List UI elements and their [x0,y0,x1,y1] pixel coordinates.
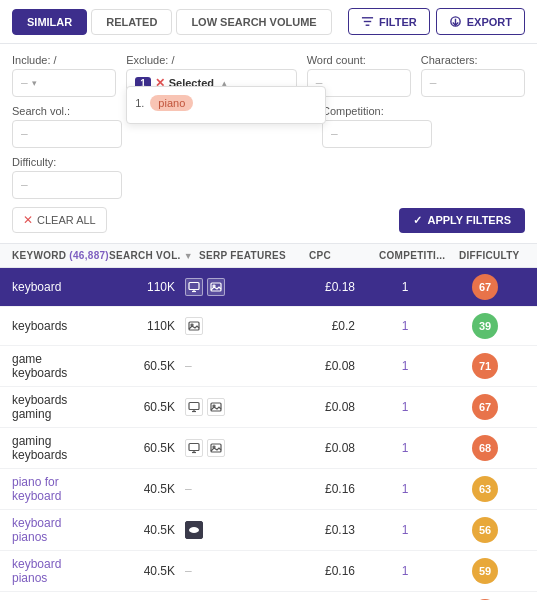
oval-icon [185,521,203,539]
serp-cell: – [185,359,295,373]
filter-bottom-row: ✕ CLEAR ALL ✓ APPLY FILTERS [12,207,525,233]
cpc-cell: £0.13 [295,523,365,537]
popup-item-number: 1. [135,97,144,109]
tab-low-search-volume[interactable]: LOW SEARCH VOLUME [176,9,331,35]
difficulty-badge: 68 [472,435,498,461]
exclude-group: Exclude: / 1 ✕ Selected ▴ 1. piano [126,54,296,97]
searchvol-group: Search vol.: – [12,105,122,148]
competition-cell: 1 [365,482,445,496]
tab-bar: SIMILAR RELATED LOW SEARCH VOLUME FILTER… [0,0,537,44]
keyword-cell: gaming keyboards [12,434,95,462]
table-row[interactable]: keyboard110K£0.18167 [0,268,537,307]
svg-rect-12 [189,403,199,410]
difficulty-badge: 71 [472,353,498,379]
difficulty-badge: 59 [472,558,498,584]
svg-point-22 [189,527,199,533]
keyword-cell: keyboards gaming [12,393,95,421]
filter-button[interactable]: FILTER [348,8,430,35]
difficulty-cell: 68 [445,435,525,461]
table-row[interactable]: keyboards110K£0.2139 [0,307,537,346]
sort-icon: ▼ [184,251,193,261]
serp-dash: – [185,359,192,373]
desktop-icon [185,278,203,296]
difficulty-badge: 56 [472,517,498,543]
export-icon [449,15,462,28]
filter-icon [361,15,374,28]
tab-actions: FILTER EXPORT [348,8,525,35]
difficulty-input[interactable]: – [12,171,122,199]
vol-cell: 60.5K [95,400,185,414]
keyword-cell: piano for keyboard [12,475,95,503]
image-icon [207,398,225,416]
cpc-cell: £0.08 [295,359,365,373]
col-searchvol[interactable]: SEARCH VOL. ▼ [109,250,199,261]
vol-cell: 60.5K [95,441,185,455]
apply-filters-button[interactable]: ✓ APPLY FILTERS [399,208,525,233]
competition-input[interactable]: – [322,120,432,148]
cpc-cell: £0.16 [295,564,365,578]
difficulty-cell: 67 [445,394,525,420]
searchvol-label: Search vol.: [12,105,122,117]
cpc-cell: £0.16 [295,482,365,496]
difficulty-cell: 67 [445,274,525,300]
table-row[interactable]: keyboards gaming60.5K£0.08167 [0,387,537,428]
competition-cell: 1 [365,359,445,373]
chevron-down-icon: ▾ [32,78,37,88]
include-label: Include: / [12,54,116,66]
clear-x-icon: ✕ [23,213,33,227]
competition-label: Competition: [322,105,432,117]
table-row[interactable]: gaming keyboard40.5K£0.15167 [0,592,537,600]
export-button[interactable]: EXPORT [436,8,525,35]
competition-cell: 1 [365,319,445,333]
vol-cell: 40.5K [95,564,185,578]
checkmark-icon: ✓ [413,214,422,227]
exclude-dropdown-popup: 1. piano [126,86,326,124]
cpc-cell: £0.2 [295,319,365,333]
difficulty-cell: 63 [445,476,525,502]
vol-cell: 60.5K [95,359,185,373]
tab-related[interactable]: RELATED [91,9,172,35]
table-body: keyboard110K£0.18167keyboards110K£0.2139… [0,268,537,600]
table-row[interactable]: gaming keyboards60.5K£0.08168 [0,428,537,469]
svg-rect-17 [189,444,199,451]
serp-cell: – [185,564,295,578]
difficulty-badge: 39 [472,313,498,339]
difficulty-label: Difficulty: [12,156,122,168]
col-difficulty: DIFFICULTY [459,250,537,261]
difficulty-cell: 59 [445,558,525,584]
table-row[interactable]: keyboard pianos40.5K–£0.16159 [0,551,537,592]
table-container: KEYWORD (46,887) SEARCH VOL. ▼ SERP FEAT… [0,244,537,600]
table-row[interactable]: game keyboards60.5K–£0.08171 [0,346,537,387]
desktop-icon [185,398,203,416]
table-row[interactable]: keyboard pianos40.5K£0.13156 [0,510,537,551]
col-keyword: KEYWORD (46,887) [12,250,109,261]
keyword-count-badge: (46,887) [69,250,109,261]
tab-similar[interactable]: SIMILAR [12,9,87,35]
filters-panel: Include: / – ▾ Exclude: / 1 ✕ Selected ▴… [0,44,537,244]
characters-label: Characters: [421,54,525,66]
vol-cell: 40.5K [95,523,185,537]
difficulty-cell: 56 [445,517,525,543]
serp-dash: – [185,564,192,578]
characters-input[interactable]: – [421,69,525,97]
table-row[interactable]: piano for keyboard40.5K–£0.16163 [0,469,537,510]
cpc-cell: £0.18 [295,280,365,294]
characters-group: Characters: – [421,54,525,97]
keyword-cell: keyboards [12,319,95,333]
clear-all-button[interactable]: ✕ CLEAR ALL [12,207,107,233]
difficulty-cell: 71 [445,353,525,379]
desktop-icon [185,439,203,457]
wordcount-label: Word count: [307,54,411,66]
difficulty-badge: 63 [472,476,498,502]
vol-cell: 110K [95,319,185,333]
col-cpc: CPC [309,250,379,261]
serp-cell [185,317,295,335]
filter-row-1: Include: / – ▾ Exclude: / 1 ✕ Selected ▴… [12,54,525,97]
include-input[interactable]: – ▾ [12,69,116,97]
popup-item-1: 1. piano [135,95,317,111]
competition-group: Competition: – [322,105,432,148]
searchvol-input[interactable]: – [12,120,122,148]
vol-cell: 40.5K [95,482,185,496]
serp-cell [185,398,295,416]
image-icon [207,439,225,457]
